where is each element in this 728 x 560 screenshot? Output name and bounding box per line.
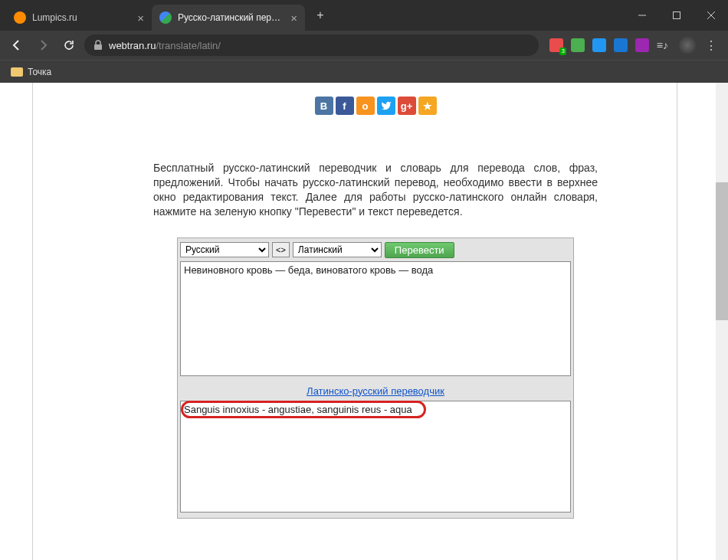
close-window-button[interactable] (694, 0, 728, 31)
page-description: Бесплатный русско-латинский переводчик и… (153, 161, 598, 219)
favicon-icon (159, 11, 172, 24)
source-text-input[interactable]: Невиновного кровь — беда, виноватого кро… (180, 261, 571, 376)
social-share-row: B f o g+ ★ (84, 97, 667, 115)
url-path: /translate/latin/ (156, 40, 221, 51)
svg-rect-4 (94, 44, 102, 50)
favicon-icon (14, 11, 26, 24)
forward-button[interactable] (32, 34, 54, 56)
close-icon (707, 11, 715, 19)
bookmark-star-icon[interactable]: ★ (418, 97, 437, 115)
new-tab-button[interactable]: + (310, 5, 331, 26)
reload-button[interactable] (58, 34, 80, 56)
bookmarks-bar: Точка (0, 60, 728, 83)
browser-menu-button[interactable]: ⋮ (700, 38, 722, 53)
reverse-translator-link[interactable]: Латинско-русский переводчик (307, 385, 444, 397)
window-controls (625, 0, 728, 31)
reload-icon (63, 39, 75, 51)
odnoklassniki-icon[interactable]: o (356, 97, 375, 115)
translator-controls: Русский <> Латинский Перевести (180, 241, 571, 261)
tab-strip: Lumpics.ru × Русско-латинский переводчик… (6, 5, 336, 31)
extension-icon[interactable] (592, 38, 606, 52)
translator-panel: Русский <> Латинский Перевести Невиновно… (177, 237, 574, 519)
url-host: webtran.ru (109, 40, 156, 51)
extension-icon[interactable]: 3 (549, 38, 563, 52)
minimize-icon (638, 11, 646, 19)
translation-output[interactable]: Sanguis innoxius - angustiae, sanguinis … (180, 401, 571, 513)
address-bar[interactable]: webtran.ru/translate/latin/ (84, 34, 539, 56)
badge: 3 (559, 47, 566, 55)
svg-rect-1 (673, 12, 680, 19)
maximize-button[interactable] (659, 0, 694, 31)
tab-title: Русско-латинский переводчик о (178, 12, 284, 23)
page-content: B f o g+ ★ Бесплатный русско-латинский п… (84, 83, 667, 519)
source-language-select[interactable]: Русский (180, 242, 269, 257)
media-control-icon[interactable]: ≡♪ (657, 39, 668, 51)
arrow-left-icon (11, 39, 23, 51)
lock-icon (93, 40, 103, 51)
reverse-translator-link-row: Латинско-русский переводчик (180, 384, 571, 398)
browser-toolbar: webtran.ru/translate/latin/ 3 ≡♪ ⋮ (0, 31, 728, 60)
page-border (32, 83, 33, 560)
extension-icons: 3 ≡♪ (549, 38, 668, 52)
output-wrapper: Sanguis innoxius - angustiae, sanguinis … (180, 401, 571, 516)
tab-webtran[interactable]: Русско-латинский переводчик о × (152, 5, 305, 31)
back-button[interactable] (6, 34, 28, 56)
minimize-button[interactable] (625, 0, 659, 31)
bookmark-label: Точка (28, 67, 51, 77)
extension-icon[interactable] (614, 38, 628, 52)
tab-lumpics[interactable]: Lumpics.ru × (6, 5, 152, 31)
maximize-icon (673, 11, 680, 19)
tab-title: Lumpics.ru (32, 12, 131, 23)
scrollbar[interactable] (716, 83, 728, 560)
arrow-right-icon (37, 39, 49, 51)
translate-button[interactable]: Перевести (385, 242, 454, 258)
target-language-select[interactable]: Латинский (293, 242, 382, 257)
twitter-bird-icon (381, 100, 392, 111)
folder-icon (11, 67, 23, 77)
page-border (677, 83, 677, 560)
vk-icon[interactable]: B (315, 97, 333, 115)
browser-titlebar: Lumpics.ru × Русско-латинский переводчик… (0, 0, 728, 31)
close-icon[interactable]: × (137, 11, 144, 25)
swap-languages-button[interactable]: <> (272, 242, 290, 257)
profile-avatar[interactable] (679, 37, 696, 54)
close-icon[interactable]: × (290, 11, 297, 25)
bookmark-folder[interactable]: Точка (11, 67, 51, 77)
google-plus-icon[interactable]: g+ (398, 97, 416, 115)
extension-icon[interactable] (635, 38, 649, 52)
twitter-icon[interactable] (377, 97, 395, 115)
scrollbar-thumb[interactable] (716, 182, 728, 320)
page-viewport: B f o g+ ★ Бесплатный русско-латинский п… (0, 83, 728, 560)
extension-icon[interactable] (571, 38, 585, 52)
facebook-icon[interactable]: f (336, 97, 354, 115)
